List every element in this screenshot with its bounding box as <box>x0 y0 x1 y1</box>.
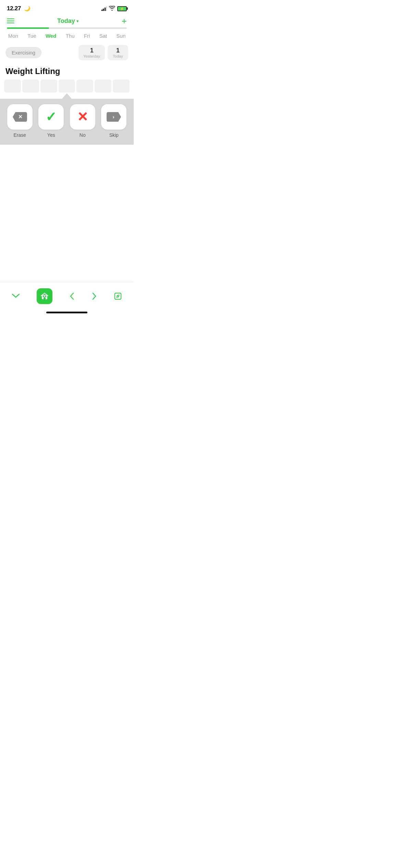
popup-arrow-icon <box>62 93 72 99</box>
progress-bar-container <box>0 25 134 29</box>
day-mon[interactable]: Mon <box>6 32 20 39</box>
home-bar <box>46 312 87 313</box>
svg-text:✕: ✕ <box>18 114 22 120</box>
svg-rect-5 <box>45 296 46 297</box>
home-indicator <box>0 309 134 315</box>
bottom-nav <box>0 282 134 309</box>
erase-icon: ✕ <box>12 111 28 123</box>
grid-cell-1 <box>4 80 21 93</box>
yes-button[interactable]: ✓ <box>38 104 64 130</box>
home-icon <box>40 292 49 300</box>
grid-cell-6 <box>95 80 111 93</box>
grid-cell-2 <box>22 80 39 93</box>
no-button[interactable]: ✕ <box>70 104 95 130</box>
stat-today: 1 Today <box>108 45 128 60</box>
erase-label: Erase <box>13 132 26 138</box>
grid-cell-3 <box>40 80 57 93</box>
header-title: Today <box>57 17 75 25</box>
nav-home[interactable] <box>33 287 56 305</box>
action-popup: ✕ Erase ✓ Yes ✕ No <box>0 99 134 145</box>
nav-back[interactable] <box>66 291 78 302</box>
day-fri[interactable]: Fri <box>82 32 92 39</box>
yes-checkmark-icon: ✓ <box>46 110 57 123</box>
moon-icon: 🌙 <box>24 5 31 11</box>
grid-cell-5 <box>76 80 93 93</box>
status-icons: ⚡ <box>101 6 127 12</box>
category-chip[interactable]: Exercising <box>5 47 41 58</box>
hamburger-menu[interactable] <box>7 19 14 23</box>
no-label: No <box>80 132 86 138</box>
svg-text:›: › <box>113 114 114 120</box>
grid-cell-4 <box>59 80 75 93</box>
battery-icon: ⚡ <box>117 6 127 11</box>
day-selector: Mon Tue Wed Thu Fri Sat Sun <box>0 29 134 41</box>
edit-icon <box>114 292 122 300</box>
day-wed[interactable]: Wed <box>44 32 58 39</box>
grid-cell-7 <box>113 80 130 93</box>
wifi-icon <box>109 6 115 12</box>
chevron-down-icon <box>12 292 20 301</box>
home-button[interactable] <box>37 288 52 304</box>
status-bar: 12.27 🌙 ⚡ <box>0 0 134 15</box>
habit-category-row: Exercising 1 Yesterday 1 Today <box>0 41 134 64</box>
skip-action[interactable]: › Skip <box>101 104 126 138</box>
day-sun[interactable]: Sun <box>114 32 128 39</box>
status-time: 12.27 <box>7 5 21 12</box>
forward-arrow-icon <box>92 292 97 300</box>
svg-rect-4 <box>43 296 44 297</box>
erase-button[interactable]: ✕ <box>7 104 33 130</box>
status-time-container: 12.27 🌙 <box>7 5 31 12</box>
nav-chevron-down[interactable] <box>8 290 23 302</box>
skip-label: Skip <box>109 132 119 138</box>
back-arrow-icon <box>69 292 75 300</box>
no-action[interactable]: ✕ No <box>70 104 95 138</box>
header-chevron-icon: ▾ <box>76 19 79 24</box>
habit-title: Weight Lifting <box>0 64 134 80</box>
yes-action[interactable]: ✓ Yes <box>38 104 64 138</box>
day-thu[interactable]: Thu <box>64 32 77 39</box>
nav-forward[interactable] <box>88 291 100 302</box>
day-tue[interactable]: Tue <box>25 32 38 39</box>
skip-icon: › <box>106 111 122 123</box>
yes-label: Yes <box>47 132 55 138</box>
stat-boxes: 1 Yesterday 1 Today <box>78 45 128 60</box>
add-button[interactable]: + <box>122 16 127 25</box>
skip-button[interactable]: › <box>101 104 126 130</box>
popup-arrow-container <box>0 93 134 99</box>
signal-icon <box>101 6 107 11</box>
erase-action[interactable]: ✕ Erase <box>7 104 33 138</box>
weekly-grid <box>0 80 134 93</box>
header: Today ▾ + <box>0 15 134 25</box>
no-x-icon: ✕ <box>77 110 88 123</box>
day-sat[interactable]: Sat <box>97 32 109 39</box>
content-spacer <box>0 145 134 282</box>
svg-rect-3 <box>44 297 46 299</box>
nav-edit[interactable] <box>110 291 125 302</box>
stat-yesterday: 1 Yesterday <box>78 45 105 60</box>
today-selector[interactable]: Today ▾ <box>57 17 79 25</box>
